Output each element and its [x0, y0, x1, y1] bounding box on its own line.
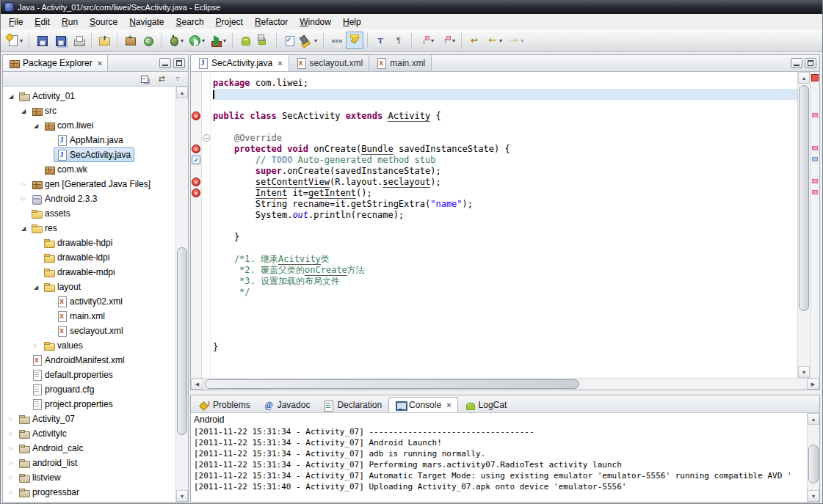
scroll-down-icon[interactable]: ▼: [808, 490, 819, 502]
console-scrollbar[interactable]: ▲ ▼: [807, 413, 819, 502]
new-wizard-button[interactable]: ▾: [4, 32, 25, 49]
tree-item-androidmanifest-xml[interactable]: AndroidManifest.xml: [3, 353, 175, 368]
debug-button[interactable]: ▾: [165, 32, 186, 49]
close-view-icon[interactable]: ×: [98, 59, 102, 67]
tree-collapse-arrow[interactable]: ◢: [18, 225, 29, 232]
maximize-view-button[interactable]: [173, 58, 185, 68]
menu-project[interactable]: Project: [210, 15, 249, 29]
menu-window[interactable]: Window: [294, 15, 337, 29]
tree-expand-arrow[interactable]: ▷: [18, 196, 29, 202]
tree-item-seclayout-xml[interactable]: seclayout.xml: [3, 324, 175, 338]
tree-expand-arrow[interactable]: ▷: [6, 431, 16, 437]
tree-collapse-arrow[interactable]: ◢: [6, 93, 16, 100]
close-tab-icon[interactable]: ×: [446, 401, 451, 409]
menu-navigate[interactable]: Navigate: [123, 15, 170, 29]
android-sdk-manager-button[interactable]: [255, 32, 272, 49]
toggle-breadcrumb-button[interactable]: [327, 32, 345, 49]
overview-error-mark[interactable]: [812, 146, 818, 150]
close-tab-icon[interactable]: ×: [278, 59, 282, 67]
tree-item-layout[interactable]: ◢layout: [3, 280, 175, 294]
tree-expand-arrow[interactable]: ▷: [6, 445, 16, 451]
tree-item-com-wk[interactable]: com.wk: [3, 162, 175, 177]
external-tools-button[interactable]: ▾: [208, 32, 228, 49]
editor-hscroll-thumb[interactable]: [205, 379, 579, 389]
run-button[interactable]: ▾: [186, 32, 207, 49]
editor-tab-secactivity-java[interactable]: SecActivity.java×: [191, 55, 289, 71]
last-edit-location-button[interactable]: [465, 32, 483, 49]
tree-item-com-liwei[interactable]: ◢com.liwei: [3, 118, 175, 133]
back-button[interactable]: ▾: [484, 32, 504, 49]
scroll-right-icon[interactable]: ▶: [807, 379, 819, 390]
overview-error-mark[interactable]: [812, 190, 818, 194]
editor-tab-main-xml[interactable]: main.xml: [369, 55, 432, 71]
tree-item-project-properties[interactable]: project.properties: [3, 397, 175, 412]
view-menu-button[interactable]: ▽: [170, 73, 185, 85]
menu-search[interactable]: Search: [170, 15, 210, 29]
open-task-button[interactable]: [280, 32, 298, 49]
tree-item-res[interactable]: ◢res: [3, 221, 175, 235]
minimize-editor-button[interactable]: [791, 58, 802, 68]
tree-item-proguard-cfg[interactable]: proguard.cfg: [3, 382, 175, 397]
fold-toggle[interactable]: −: [203, 134, 210, 142]
menu-edit[interactable]: Edit: [29, 15, 56, 29]
tree-scroll-thumb[interactable]: [177, 247, 187, 435]
new-android-project-button[interactable]: [236, 32, 254, 49]
editor-tab-seclayout-xml[interactable]: seclayout.xml: [289, 55, 370, 71]
scroll-down-icon[interactable]: ▼: [176, 490, 188, 502]
tree-item-default-properties[interactable]: default.properties: [3, 368, 175, 382]
error-marker[interactable]: ×: [192, 189, 200, 197]
tree-scroll-track[interactable]: [176, 98, 188, 490]
collapse-all-button[interactable]: [138, 73, 153, 85]
tree-collapse-arrow[interactable]: ◢: [31, 123, 41, 129]
tree-item-appmain-java[interactable]: AppMain.java: [3, 133, 175, 147]
mark-occurrences-button[interactable]: [346, 32, 363, 49]
view-tab-javadoc[interactable]: Javadoc: [257, 397, 317, 412]
menu-run[interactable]: Run: [56, 15, 84, 29]
tree-item-assets[interactable]: assets: [3, 206, 175, 221]
tree-item-src[interactable]: ◢src: [3, 103, 175, 118]
menu-file[interactable]: File: [3, 15, 29, 29]
tree-item-activity-07[interactable]: ▷Activity_07: [3, 412, 175, 426]
menu-refactor[interactable]: Refactor: [249, 15, 294, 29]
new-java-project-button[interactable]: [95, 32, 113, 49]
task-marker[interactable]: ✓: [192, 156, 200, 164]
console-output[interactable]: [2011-11-22 15:31:34 - Activity_07] ----…: [194, 426, 806, 502]
editor-scroll-track[interactable]: [798, 84, 810, 366]
tree-item-drawable-hdpi[interactable]: drawable-hdpi: [3, 235, 175, 250]
save-all-button[interactable]: [51, 32, 69, 49]
error-marker[interactable]: ×: [192, 112, 200, 120]
editor-vertical-scrollbar[interactable]: ▲ ▼: [797, 72, 810, 378]
tree-item-android-calc[interactable]: ▷Android_calc: [3, 441, 175, 456]
forward-button[interactable]: ▾: [505, 32, 526, 49]
error-marker[interactable]: ×: [192, 145, 200, 153]
tree-collapse-arrow[interactable]: ◢: [31, 284, 41, 291]
view-tab-console[interactable]: Console×: [388, 397, 457, 412]
editor-horizontal-scrollbar[interactable]: ◀ ▶: [191, 378, 819, 390]
show-whitespace-button[interactable]: [390, 32, 407, 49]
tree-item-drawable-mdpi[interactable]: drawable-mdpi: [3, 265, 175, 280]
overview-task-mark[interactable]: [812, 157, 818, 161]
tree-collapse-arrow[interactable]: ◢: [18, 108, 29, 114]
tree-item-secactivity-java[interactable]: SecActivity.java: [3, 147, 175, 162]
overview-error-mark[interactable]: [812, 113, 818, 117]
prev-annotation-button[interactable]: ▾: [437, 32, 457, 49]
scroll-left-icon[interactable]: ◀: [191, 379, 203, 390]
scroll-up-icon[interactable]: ▲: [176, 87, 188, 98]
new-java-package-button[interactable]: [121, 32, 139, 49]
tree-expand-arrow[interactable]: ▷: [31, 343, 41, 348]
tree-item-progressbar[interactable]: ▷progressbar: [3, 485, 175, 500]
tree-item-android-list[interactable]: ▷android_list: [3, 456, 175, 470]
console-scroll-track[interactable]: [808, 425, 819, 490]
editor-scroll-thumb[interactable]: [799, 85, 809, 311]
scroll-down-icon[interactable]: ▼: [798, 366, 810, 378]
new-java-class-button[interactable]: [139, 32, 157, 49]
search-button[interactable]: ▾: [299, 32, 319, 49]
tree-expand-arrow[interactable]: ▷: [6, 475, 16, 481]
view-tab-declaration[interactable]: Declaration: [316, 397, 388, 412]
next-annotation-button[interactable]: ▾: [416, 32, 436, 49]
scroll-up-icon[interactable]: ▲: [808, 413, 819, 425]
menu-source[interactable]: Source: [84, 15, 123, 29]
tree-item-activity02-xml[interactable]: activity02.xml: [3, 294, 175, 309]
scroll-up-icon[interactable]: ▲: [798, 72, 810, 84]
tree-item-drawable-ldpi[interactable]: drawable-ldpi: [3, 250, 175, 265]
